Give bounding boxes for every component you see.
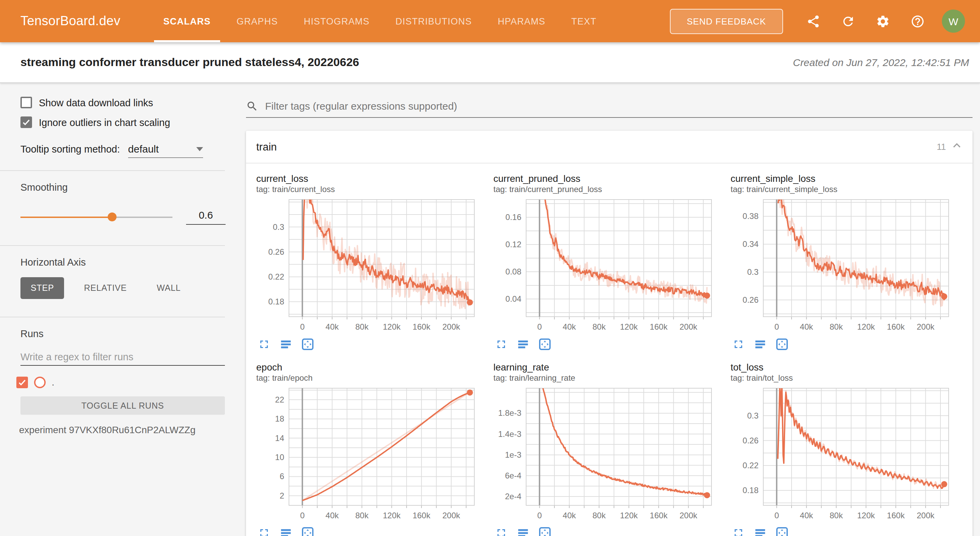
svg-text:0.18: 0.18 [743, 485, 759, 495]
tab-distributions[interactable]: DISTRIBUTIONS [386, 0, 482, 42]
divider [0, 170, 225, 171]
svg-text:0: 0 [300, 322, 305, 331]
svg-text:0: 0 [300, 511, 305, 520]
svg-text:80k: 80k [355, 322, 369, 331]
runs-filter-input[interactable] [21, 349, 225, 366]
svg-text:40k: 40k [563, 322, 576, 331]
fullscreen-icon[interactable] [732, 526, 745, 536]
svg-text:120k: 120k [383, 322, 401, 331]
fit-domain-icon[interactable] [776, 526, 789, 536]
expanded-view-icon[interactable] [517, 338, 530, 351]
line-chart[interactable]: 0.040.080.120.16040k80k120k160k200k [493, 197, 718, 335]
svg-text:160k: 160k [650, 322, 668, 331]
send-feedback-button[interactable]: SEND FEEDBACK [670, 8, 783, 34]
svg-text:0.04: 0.04 [505, 294, 521, 303]
tag-filter-input[interactable] [264, 100, 972, 113]
svg-text:40k: 40k [325, 511, 339, 520]
svg-text:0.38: 0.38 [743, 211, 759, 220]
svg-text:0.18: 0.18 [268, 297, 284, 306]
chart-actions [493, 338, 725, 351]
tab-scalars[interactable]: SCALARS [154, 0, 220, 42]
smoothing-value-field[interactable]: 0.6 [186, 209, 226, 225]
tab-hparams[interactable]: HPARAMS [488, 0, 555, 42]
svg-text:80k: 80k [830, 322, 843, 331]
svg-text:200k: 200k [916, 322, 935, 331]
share-icon[interactable] [800, 8, 826, 34]
svg-text:10: 10 [275, 453, 284, 462]
slider-thumb[interactable] [108, 212, 116, 221]
expanded-view-icon[interactable] [754, 526, 767, 536]
fit-domain-icon[interactable] [301, 338, 314, 351]
axis-option-wall[interactable]: WALL [146, 277, 191, 299]
tab-histograms[interactable]: HISTOGRAMS [294, 0, 379, 42]
run-checkbox[interactable] [16, 377, 28, 388]
checkbox-label: Ignore outliers in chart scaling [39, 117, 170, 128]
toggle-all-runs-button[interactable]: TOGGLE ALL RUNS [21, 396, 225, 415]
checked-checkbox[interactable] [21, 116, 32, 128]
chart-tag: tag: train/current_pruned_loss [493, 185, 725, 194]
fit-domain-icon[interactable] [301, 526, 314, 536]
svg-text:0.3: 0.3 [747, 267, 759, 276]
fullscreen-icon[interactable] [732, 338, 745, 351]
expanded-view-icon[interactable] [517, 526, 530, 536]
scalar-chart-card: learning_ratetag: train/learning_rate2e-… [493, 362, 725, 536]
svg-text:80k: 80k [593, 511, 606, 520]
svg-text:0.26: 0.26 [743, 436, 759, 445]
line-chart[interactable]: 2e-46e-41e-31.4e-31.8e-3040k80k120k160k2… [493, 385, 718, 523]
unchecked-checkbox[interactable] [21, 97, 32, 108]
svg-text:0: 0 [775, 322, 779, 331]
svg-text:1.8e-3: 1.8e-3 [498, 408, 521, 417]
chart-title: tot_loss [730, 362, 962, 373]
smoothing-slider[interactable] [21, 212, 172, 221]
axis-option-relative[interactable]: RELATIVE [74, 277, 137, 299]
svg-text:160k: 160k [887, 511, 905, 520]
tag-filter-row [246, 100, 972, 118]
fullscreen-icon[interactable] [258, 338, 270, 351]
fit-domain-icon[interactable] [538, 526, 551, 536]
chart-title: current_pruned_loss [493, 173, 725, 184]
fullscreen-icon[interactable] [495, 526, 508, 536]
svg-text:0.34: 0.34 [743, 239, 759, 249]
chart-title: current_loss [256, 173, 488, 184]
expanded-view-icon[interactable] [279, 338, 293, 351]
avatar[interactable]: W [942, 10, 965, 33]
svg-text:0.16: 0.16 [505, 212, 521, 222]
line-chart[interactable]: 0.260.30.340.38040k80k120k160k200k [730, 197, 956, 335]
tab-graphs[interactable]: GRAPHS [227, 0, 287, 42]
axis-option-step[interactable]: STEP [21, 277, 64, 299]
svg-text:6: 6 [280, 472, 284, 481]
line-chart[interactable]: 0.180.220.260.3040k80k120k160k200k [730, 385, 956, 523]
tab-text[interactable]: TEXT [562, 0, 606, 42]
fullscreen-icon[interactable] [258, 526, 270, 536]
settings-gear-icon[interactable] [870, 8, 896, 34]
help-icon[interactable] [904, 8, 930, 34]
charts-grid: current_losstag: train/current_loss0.180… [246, 163, 972, 536]
expanded-view-icon[interactable] [754, 338, 767, 351]
settings-sidebar: Show data download linksIgnore outliers … [0, 83, 239, 536]
scalar-chart-card: current_pruned_losstag: train/current_pr… [493, 173, 725, 351]
tooltip-sorting-select[interactable]: default [128, 143, 203, 158]
run-row[interactable]: . [16, 377, 239, 388]
expanded-view-icon[interactable] [279, 526, 293, 536]
smoothing-label: Smoothing [21, 182, 239, 193]
svg-text:14: 14 [275, 433, 284, 443]
line-chart[interactable]: 0.180.220.260.3040k80k120k160k200k [256, 197, 481, 335]
svg-text:2: 2 [280, 491, 284, 500]
svg-text:120k: 120k [857, 322, 875, 331]
chart-actions [730, 338, 962, 351]
tooltip-sorting-row: Tooltip sorting method: default [21, 143, 239, 158]
fit-domain-icon[interactable] [538, 338, 551, 351]
train-group-header[interactable]: train 11 [246, 131, 972, 163]
line-chart[interactable]: 2610141822040k80k120k160k200k [256, 385, 481, 523]
chevron-up-icon[interactable] [951, 140, 962, 154]
fullscreen-icon[interactable] [495, 338, 508, 351]
svg-text:120k: 120k [620, 322, 638, 331]
svg-text:0: 0 [538, 511, 542, 520]
scalar-chart-card: tot_losstag: train/tot_loss0.180.220.260… [730, 362, 962, 536]
fit-domain-icon[interactable] [776, 338, 789, 351]
divider [0, 245, 225, 246]
refresh-icon[interactable] [835, 8, 861, 34]
group-name: train [256, 141, 277, 153]
svg-text:80k: 80k [355, 511, 369, 520]
experiment-titlebar: streaming conformer transducer pruned st… [0, 42, 980, 83]
